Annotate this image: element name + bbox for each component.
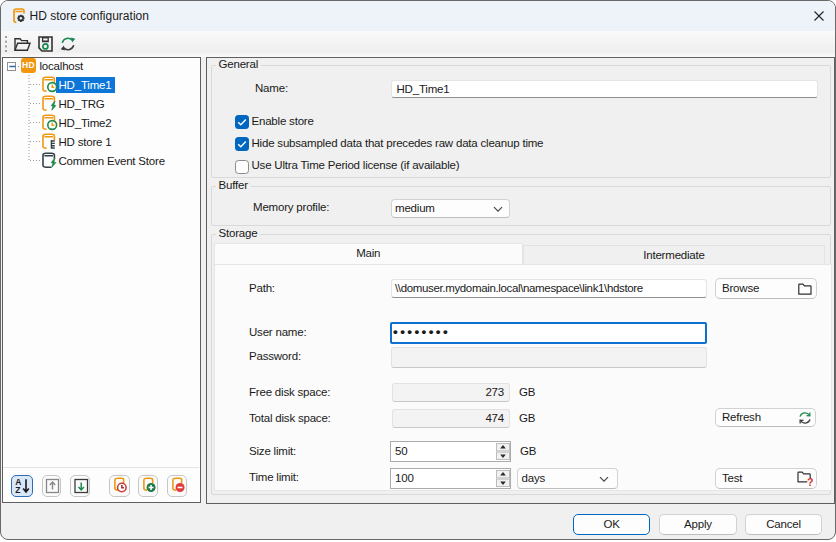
svg-text:?: ? bbox=[807, 476, 813, 487]
svg-text:Z: Z bbox=[15, 485, 20, 495]
